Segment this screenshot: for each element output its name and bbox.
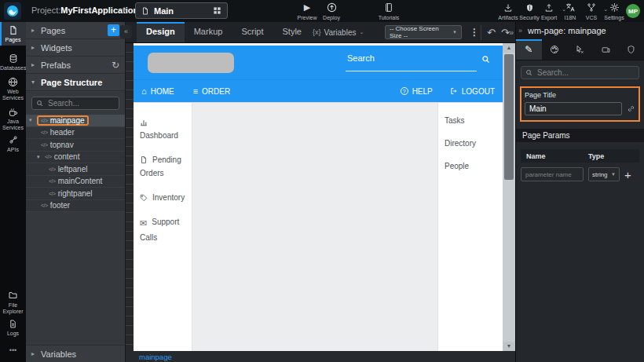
page-maincontent-widget[interactable] [192,103,437,351]
page-tab-label: Main [154,6,174,16]
nav-logout[interactable]: LOGOUT [450,87,495,96]
tree-item-footer[interactable]: </> footer [26,200,125,213]
section-page-structure[interactable]: ▾ Page Structure [26,74,125,91]
tab-device[interactable] [593,39,619,60]
section-widgets[interactable]: ▸ Widgets [26,39,125,57]
tree-item-topnav[interactable]: </> topnav [26,139,125,152]
tree-item-content[interactable]: ▾ </> content [26,152,125,164]
app-logo-placeholder[interactable] [148,53,234,73]
canvas-scrollbar[interactable]: ▲ ▼ [503,43,515,351]
sidebar-item-file-explorer[interactable]: File Explorer [0,287,26,316]
tree-item-maincontent[interactable]: </> mainContent [26,176,125,188]
param-name-input[interactable] [521,167,584,181]
param-type-select[interactable]: string ▼ [588,167,620,181]
nav-home[interactable]: ⌂ HOME [141,86,174,96]
refresh-icon[interactable]: ↻ [112,60,119,71]
tab-script[interactable]: Script [232,22,273,42]
nav-order[interactable]: ≡ ORDER [193,86,231,96]
sidebar-item-databases[interactable]: Databases [0,50,26,71]
chevron-down-icon[interactable]: ▾ [37,154,45,160]
page-title-input[interactable] [525,102,622,115]
page-params-table: Name Type string ▼ + [521,149,639,181]
user-avatar[interactable]: MP [626,4,640,18]
add-page-button[interactable]: + [108,24,119,36]
i18n-button[interactable]: I18N [559,2,581,20]
scroll-down-button[interactable]: ▼ [503,342,515,351]
deploy-button[interactable]: Deploy [320,2,343,20]
tab-markup[interactable]: Markup [185,22,232,42]
tree-item-leftpanel[interactable]: </> leftpanel [26,163,125,176]
variables-dropdown[interactable]: {x} Variables ⌄ [313,28,364,37]
more-options-button[interactable]: ⋮ [470,27,479,38]
collapse-left-panel-button[interactable]: « [120,25,132,38]
page-leftpanel-widget[interactable]: Dashboard Pending Orders Inventory [134,103,192,351]
export-button[interactable]: ⌄ Export [537,2,561,20]
tree-item-mainpage[interactable]: ▾ </> mainpage [26,115,125,127]
page-title-highlight-box: Page Title [520,86,640,122]
vcs-button[interactable]: ⌄ VCS [580,2,602,20]
sidebar-item-logs[interactable]: Logs [0,316,26,337]
more-menu-button[interactable]: ••• [0,344,26,355]
screen-size-select[interactable]: -- Choose Screen Size -- ▼ [385,25,462,39]
bind-link-icon[interactable] [627,104,635,113]
right-list-item-directory[interactable]: Directory [438,132,503,155]
tree-item-rightpanel[interactable]: </> rightpanel [26,188,125,200]
sidebar-item-java-services[interactable]: Java Services [0,104,26,132]
sidebar-item-pages[interactable]: Pages [0,22,26,46]
expand-right-panel-button[interactable]: » [509,28,514,37]
redo-button[interactable]: ↷ [501,27,510,38]
toolbar-divider [481,25,481,40]
section-variables[interactable]: ▸ Variables [26,345,125,362]
expand-right-icon[interactable]: » [518,27,522,35]
breadcrumb-mainpage[interactable]: mainpage [139,353,172,361]
grid-icon[interactable] [213,6,221,15]
page-rightpanel-widget[interactable]: Tasks Directory People [437,103,503,351]
code-icon: </> [41,142,48,148]
sidebar-item-web-services[interactable]: Web Services [0,74,26,102]
undo-button[interactable]: ↶ [487,27,496,38]
wavemaker-logo[interactable] [4,2,21,20]
nav-help[interactable]: ? HELP [401,87,433,96]
tab-security[interactable] [618,39,644,60]
menu-item-support-calls[interactable]: ✉Support Calls [134,210,192,250]
add-param-button[interactable]: + [624,169,631,181]
tab-style[interactable]: Style [273,22,311,42]
menu-item-pending-orders[interactable]: Pending Orders [134,148,192,185]
sidebar-item-apis[interactable]: APIs [0,132,26,153]
tab-styles[interactable] [542,39,568,60]
page-search-input[interactable]: Search [346,51,477,71]
nav-right-group: ? HELP LOGOUT [401,87,495,96]
tree-item-header[interactable]: </> header [26,127,125,140]
scrollbar-thumb[interactable] [504,54,514,180]
menu-item-dashboard[interactable]: Dashboard [134,110,192,148]
open-page-tab[interactable]: Main [135,2,228,19]
preview-button[interactable]: ▶ Preview [295,2,319,20]
chevron-down-icon[interactable]: ▾ [29,117,37,123]
tab-properties[interactable]: ✎ [516,39,542,60]
structure-search-input[interactable] [46,98,115,108]
logout-icon [450,87,458,95]
tab-events[interactable] [567,39,593,60]
column-name: Name [521,152,588,160]
chevron-right-icon: ▸ [31,44,41,51]
topbar: Project:MyFirstApplication › Main ▶ Prev… [0,0,644,22]
menu-item-inventory[interactable]: Inventory [134,185,192,210]
scroll-up-button[interactable]: ▲ [503,43,515,53]
right-list-item-people[interactable]: People [438,155,503,177]
code-icon: </> [41,203,48,208]
chevron-right-icon: ▸ [31,61,41,68]
help-icon: ? [401,87,408,95]
tutorials-button[interactable]: Tutorials [375,2,403,20]
settings-button[interactable]: ⌄ Settings [601,2,628,20]
tab-design[interactable]: Design [137,22,185,42]
coffee-cup-icon [0,106,26,117]
section-prefabs[interactable]: ▸ Prefabs ↻ [26,57,125,74]
selected-node-highlight: </> mainpage [37,115,89,126]
left-panel: ▸ Pages + ▸ Widgets ▸ Prefabs ↻ ▾ Page S… [26,22,126,362]
properties-search-input[interactable] [536,68,635,78]
search-icon[interactable] [481,55,490,64]
right-list-item-tasks[interactable]: Tasks [438,109,503,132]
section-pages[interactable]: ▸ Pages + [26,22,125,39]
page-header-widget[interactable]: Search [134,46,503,79]
designed-page[interactable]: Search ⌂ HOME ≡ ORDER [134,43,503,351]
